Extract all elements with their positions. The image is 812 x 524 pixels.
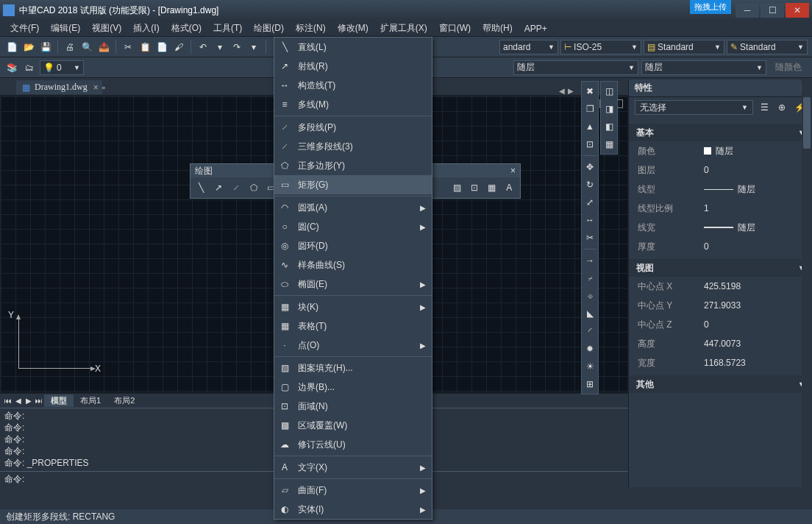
- redo-icon[interactable]: ↷: [229, 40, 244, 54]
- menu-help[interactable]: 帮助(H): [477, 21, 519, 36]
- menuitem-line[interactable]: ╲直线(L): [274, 38, 432, 57]
- menu-format[interactable]: 格式(O): [165, 21, 207, 36]
- menuitem-boundary[interactable]: ▢边界(B)...: [274, 378, 432, 397]
- join-icon[interactable]: ⟐: [582, 288, 598, 304]
- props-scrollbar[interactable]: [802, 79, 812, 487]
- menu-ext[interactable]: 扩展工具(X): [374, 21, 433, 36]
- layer-states-icon[interactable]: 🗂: [22, 60, 37, 75]
- menu-dim[interactable]: 标注(N): [290, 21, 332, 36]
- move-icon[interactable]: ✥: [582, 159, 598, 175]
- dimstyle-combo[interactable]: ⊢ ISO-25▼: [560, 40, 641, 54]
- paste-icon[interactable]: 📄: [154, 40, 169, 54]
- stretch-icon[interactable]: ↔: [582, 212, 598, 228]
- layout-first-icon[interactable]: ⏮: [3, 397, 13, 405]
- menuitem-mline[interactable]: ≡多线(M): [274, 95, 432, 114]
- align-icon[interactable]: ☀: [582, 358, 598, 375]
- tb-region-icon[interactable]: ⊡: [468, 180, 481, 195]
- cat-basic[interactable]: 基本▼: [629, 124, 812, 141]
- publish-icon[interactable]: 📤: [96, 40, 111, 54]
- layout-next-icon[interactable]: ▶: [24, 397, 34, 405]
- menu-insert[interactable]: 插入(I): [127, 21, 165, 36]
- new-icon[interactable]: 📄: [4, 40, 19, 54]
- close-button[interactable]: ✕: [786, 3, 809, 18]
- minimize-button[interactable]: ─: [736, 3, 759, 18]
- menuitem-table[interactable]: ▦表格(T): [274, 316, 432, 336]
- break-icon[interactable]: ⌿: [582, 270, 598, 286]
- menuitem-block[interactable]: ▦块(K)▶: [274, 297, 432, 316]
- menuitem-polygon[interactable]: ⬠正多边形(Y): [274, 156, 432, 175]
- layout-tab-1[interactable]: 布局1: [74, 394, 107, 407]
- menuitem-ray[interactable]: ↗射线(R): [274, 57, 432, 76]
- menuitem-circle[interactable]: ○圆(C)▶: [274, 217, 432, 236]
- menuitem-arc[interactable]: ◠圆弧(A)▶: [274, 198, 432, 217]
- menuitem-ellipse[interactable]: ⬭椭圆(E)▶: [274, 275, 432, 294]
- layout-last-icon[interactable]: ⏭: [34, 397, 44, 405]
- menuitem-solid[interactable]: ◐实体(I)▶: [274, 500, 432, 519]
- tb-text-icon[interactable]: A: [502, 180, 516, 195]
- menuitem-point[interactable]: ·点(O)▶: [274, 336, 432, 355]
- menuitem-rect[interactable]: ▭矩形(G): [274, 175, 432, 194]
- extend-icon[interactable]: →: [582, 252, 598, 269]
- layout-tab-2[interactable]: 布局2: [107, 394, 141, 407]
- tab-close-icon[interactable]: ×: [93, 82, 99, 93]
- layout-tab-model[interactable]: 模型: [44, 394, 74, 407]
- vb2-3-icon[interactable]: ◧: [601, 118, 617, 135]
- tb-xline-icon[interactable]: ↗: [213, 180, 226, 195]
- menuitem-revcloud[interactable]: ☁修订云线(U): [274, 435, 432, 454]
- menu-window[interactable]: 窗口(W): [433, 21, 477, 36]
- scale-icon[interactable]: ⤢: [582, 194, 598, 210]
- draw-toolbar-close-icon[interactable]: ×: [510, 166, 516, 176]
- menuitem-surface[interactable]: ▱曲面(F)▶: [274, 481, 432, 500]
- undo-drop-icon[interactable]: ▾: [213, 40, 227, 54]
- menuitem-region[interactable]: ⊡面域(N): [274, 397, 432, 416]
- offset-icon[interactable]: ⊡: [582, 136, 598, 152]
- tb-table-icon[interactable]: ▦: [485, 180, 499, 195]
- palette-next-icon[interactable]: ▶: [566, 84, 575, 97]
- menuitem-text[interactable]: A文字(X)▶: [274, 458, 432, 477]
- color-combo[interactable]: 随层▼: [513, 60, 638, 75]
- cut-icon[interactable]: ✂: [121, 40, 135, 54]
- menu-app[interactable]: APP+: [519, 22, 553, 35]
- vb2-4-icon[interactable]: ▦: [601, 136, 617, 152]
- open-icon[interactable]: 📂: [21, 40, 36, 54]
- new-tab-icon[interactable]: ▫: [102, 82, 105, 93]
- menu-edit[interactable]: 编辑(E): [45, 21, 86, 36]
- linetype-combo[interactable]: 随层▼: [641, 60, 766, 75]
- rotate-icon[interactable]: ↻: [582, 177, 598, 193]
- copy-obj-icon[interactable]: ❐: [582, 101, 598, 117]
- menu-file[interactable]: 文件(F): [4, 21, 45, 36]
- tb-pline-icon[interactable]: ⟋: [229, 180, 243, 195]
- menuitem-3dpline[interactable]: ⟋三维多段线(3): [274, 137, 432, 156]
- menuitem-spline[interactable]: ∿样条曲线(S): [274, 255, 432, 275]
- pick-add-icon[interactable]: ⊕: [775, 101, 788, 114]
- vb2-1-icon[interactable]: ◫: [601, 83, 617, 99]
- undo-icon[interactable]: ↶: [196, 40, 210, 54]
- tb-line-icon[interactable]: ╲: [195, 180, 208, 195]
- menu-draw[interactable]: 绘图(D): [248, 21, 290, 36]
- menu-tools[interactable]: 工具(T): [207, 21, 248, 36]
- vb2-2-icon[interactable]: ◨: [601, 101, 617, 117]
- cat-other[interactable]: 其他▼: [629, 375, 812, 393]
- redo-drop-icon[interactable]: ▾: [246, 40, 261, 54]
- tablestyle-combo[interactable]: ▤ Standard▼: [644, 40, 724, 54]
- menu-modify[interactable]: 修改(M): [332, 21, 374, 36]
- layout-prev-icon[interactable]: ◀: [13, 397, 24, 405]
- maximize-button[interactable]: ☐: [761, 3, 784, 18]
- mleaderstyle-combo[interactable]: ✎ Standard▼: [727, 40, 808, 54]
- selection-combo[interactable]: 无选择▼: [635, 100, 753, 115]
- props-icon[interactable]: ⊞: [582, 376, 598, 392]
- tb-hatch-icon[interactable]: ▨: [451, 180, 464, 195]
- layer-manager-icon[interactable]: 📚: [4, 60, 19, 75]
- properties-body[interactable]: 基本▼ 颜色随层 图层0 线型随层 线型比例1 线宽随层 厚度0 视图▼ 中心点…: [629, 118, 812, 487]
- preview-icon[interactable]: 🔍: [79, 40, 94, 54]
- file-tab[interactable]: ▦ Drawing1.dwg ×: [16, 80, 102, 94]
- layer-combo[interactable]: 💡 0▼: [40, 60, 84, 75]
- quick-select-icon[interactable]: ☰: [758, 101, 771, 114]
- menuitem-hatch[interactable]: ▨图案填充(H)...: [274, 358, 432, 378]
- fillet-icon[interactable]: ◜: [582, 323, 598, 339]
- cat-view[interactable]: 视图▼: [629, 259, 812, 277]
- trim-icon[interactable]: ✂: [582, 230, 598, 246]
- tb-polygon-icon[interactable]: ⬠: [247, 180, 260, 195]
- menuitem-xline[interactable]: ↔构造线(T): [274, 76, 432, 95]
- textstyle-combo[interactable]: andard▼: [499, 40, 558, 54]
